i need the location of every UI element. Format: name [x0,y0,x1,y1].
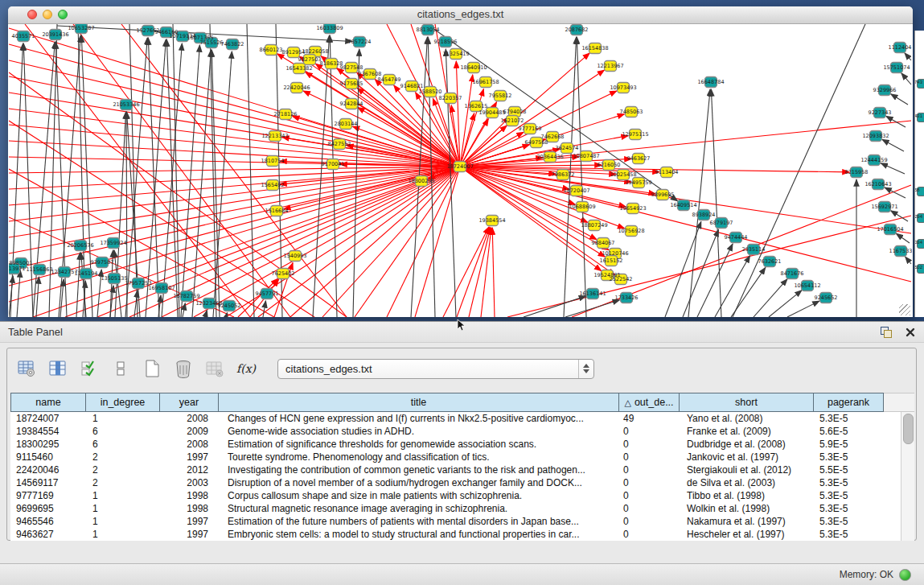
column-header-year[interactable]: year [159,393,218,412]
network-view-window[interactable]: citations_edges.txt 18724007866012389129… [8,6,913,317]
table-cell: Dudbridge et al. (2008) [679,438,813,451]
column-visibility-icon[interactable] [48,358,68,379]
float-panel-icon[interactable] [881,327,893,338]
delete-table-icon[interactable] [205,358,224,379]
scrollbar-thumb[interactable] [903,414,914,444]
table-cell: 1 [85,515,159,528]
column-header-out-de-[interactable]: △out_de... [618,393,679,412]
table-cell: 2008 [159,412,218,425]
table-cell: 5.3E-5 [813,412,884,425]
vertical-scrollbar[interactable] [901,412,914,541]
graph-node-label: 2087682 [565,27,589,33]
memory-status-label: Memory: OK [840,569,893,580]
table-row[interactable]: 2242004622012Investigating the contribut… [10,463,901,476]
table-cell: Disruption of a novel member of a sodium… [218,476,618,489]
graph-edge [683,229,719,317]
table-row[interactable]: 946554611997Estimation of the future num… [10,515,901,528]
graph-edge [17,270,20,317]
table-cell: 2009 [159,425,218,438]
table-cell: 5.6E-5 [813,425,884,438]
table-row[interactable]: 1830029562008Estimation of significance … [10,438,901,451]
graph-node-label: 16782759 [173,293,199,299]
table-cell: Stergiakouli et al. (2012) [679,463,813,476]
graph-node-label: 22420046 [283,84,310,91]
table-cell: Franke et al. (2009) [679,425,813,438]
column-header-in-degree[interactable]: in_degree [85,393,159,412]
network-canvas[interactable]: 1872400786601238912954182260589827503165… [9,24,912,317]
graph-edge [36,277,39,317]
graph-node[interactable]: 15958 [917,187,924,196]
graph-node-label: 7955812 [489,93,512,99]
table-cell: 0 [618,502,679,515]
column-header-label: pagerank [827,397,869,408]
table-cell: 1 [85,412,159,425]
table-row[interactable]: 977716911998Corpus callosum shape and si… [10,489,901,502]
graph-node-label: 1112404 [889,44,912,51]
table-cell: Nakamura et al. (1997) [679,515,813,528]
table-cell: Wolkin et al. (1998) [679,502,813,515]
table-cell: 0 [618,451,679,463]
column-header-title[interactable]: title [218,393,618,412]
graph-node-label: 12213967 [597,63,623,69]
graph-edge [76,253,80,317]
combo-spinner-icon[interactable] [578,360,593,378]
table-row[interactable]: 946362711997Embryonic stem cells: a mode… [10,528,901,541]
graph-edge [565,300,619,317]
graph-node[interactable]: 100294 [917,213,924,223]
graph-node[interactable]: 141431 [917,113,924,122]
table-settings-icon[interactable] [17,358,36,379]
graph-node-label: 17016504 [877,226,903,233]
graph-node-label: 7485063 [620,109,643,115]
graph-node-label: 15958 [914,187,920,192]
graph-edge [330,35,337,317]
graph-edge [9,167,460,302]
column-header-name[interactable]: name [10,393,85,412]
row-check-icon[interactable] [80,358,99,379]
trash-icon[interactable] [174,358,193,379]
function-builder-icon[interactable]: f(x) [236,358,256,379]
graph-node[interactable]: 924502 [917,264,924,274]
graph-node-label: 16154838 [581,45,608,51]
graph-node-label: 19904485 [478,109,505,116]
column-header-label: name [35,397,60,408]
graph-edge [901,73,911,84]
graph-node-label: 19654923 [619,205,646,212]
table-row[interactable]: 969969511998Structural magnetic resonanc… [10,502,901,515]
graph-edge [492,228,495,317]
table-cell: 2008 [159,438,218,451]
graph-node-label: 18807249 [581,222,607,229]
graph-node-label: 2935114 [742,246,766,253]
graph-edge [905,53,911,60]
graph-node[interactable]: 127743 [917,79,924,89]
close-panel-icon[interactable] [905,327,916,338]
column-header-pagerank[interactable]: pagerank [813,393,884,412]
graph-node-label: 10120746 [602,250,628,257]
table-cell: 18724007 [10,412,85,425]
graph-edge [183,303,185,317]
graph-edge [754,279,787,317]
network-window-titlebar[interactable]: citations_edges.txt [8,6,913,24]
new-table-icon[interactable] [142,358,162,379]
graph-node-label: 12444159 [860,157,887,163]
table-row[interactable]: 1938455462009Genome-wide association stu… [10,425,901,438]
table-cell: 9465546 [10,515,85,528]
graph-node[interactable]: 121034 [917,239,924,249]
graph-node-label: 7515526 [200,39,224,46]
table-row[interactable]: 1456911722003Disruption of a novel membe… [10,476,901,489]
table-row[interactable]: 1872400712008Changes of HCN gene express… [10,412,901,425]
graph-node-label: 12213343 [261,133,288,139]
table-cell: 2 [85,451,159,463]
graph-node-label: 6216050 [598,162,621,168]
window-resize-grip[interactable] [899,304,910,315]
graph-node-label: 20364436 [536,154,563,160]
network-table-select[interactable]: citations_edges.txt [277,359,594,379]
column-header-short[interactable]: short [679,393,813,412]
graph-node-label: 8471676 [781,270,804,277]
table-row[interactable]: 911546021997Tourette syndrome. Phenomeno… [10,451,901,463]
graph-edge [148,38,159,317]
graph-edge [697,244,733,317]
rows-icon[interactable] [111,358,130,379]
table-header-row: namein_degreeyeartitle△out_de...shortpag… [10,393,914,412]
graph-edge [9,169,274,317]
table-cell: Embryonic stem cells: a model to study s… [218,528,618,541]
